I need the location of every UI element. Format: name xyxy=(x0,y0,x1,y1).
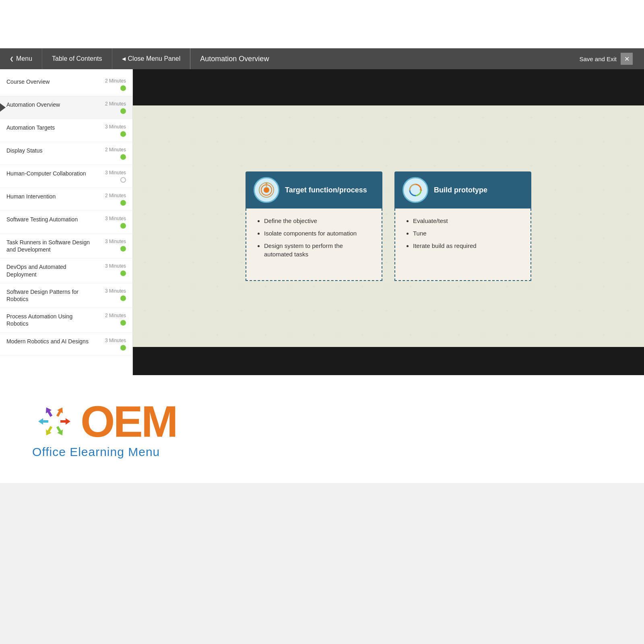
content-area: Course Overview2 MinutesAutomation Overv… xyxy=(0,69,644,375)
sidebar-item-meta-7: 3 Minutes xyxy=(92,239,126,252)
sidebar-item-2[interactable]: Automation Targets3 Minutes xyxy=(0,119,132,142)
sidebar-item-label-4: Human-Computer Collaboration xyxy=(6,170,92,177)
logo-row: OEM xyxy=(32,399,177,444)
slide-area: Target function/process Define the objec… xyxy=(133,105,644,347)
sidebar-item-status-dot-0 xyxy=(120,85,126,91)
sidebar-item-meta-6: 3 Minutes xyxy=(92,216,126,229)
sidebar-item-meta-8: 3 Minutes xyxy=(92,263,126,276)
sidebar-item-0[interactable]: Course Overview2 Minutes xyxy=(0,73,132,96)
sidebar-item-5[interactable]: Human Intervention2 Minutes xyxy=(0,188,132,211)
card2-icon-circle xyxy=(402,177,428,203)
card1-bullet-1: Isolate components for automation xyxy=(264,229,372,237)
sidebar: Course Overview2 MinutesAutomation Overv… xyxy=(0,69,133,375)
sidebar-item-time-1: 2 Minutes xyxy=(105,101,126,107)
sidebar-item-time-8: 3 Minutes xyxy=(105,263,126,269)
sidebar-item-label-3: Display Status xyxy=(6,147,92,154)
card-build-prototype: Build prototype Evaluate/testTuneIterate… xyxy=(394,171,531,281)
sidebar-item-status-dot-8 xyxy=(120,270,126,276)
sidebar-item-meta-11: 3 Minutes xyxy=(92,338,126,351)
sidebar-item-status-dot-7 xyxy=(120,246,126,252)
card2-title: Build prototype xyxy=(434,186,487,194)
sidebar-item-status-dot-5 xyxy=(120,200,126,206)
sidebar-item-status-dot-4 xyxy=(120,177,126,183)
sidebar-item-10[interactable]: Process Automation Using Robotics2 Minut… xyxy=(0,308,132,332)
card2-bullet-0: Evaluate/test xyxy=(413,217,521,225)
card2-bullet-list: Evaluate/testTuneIterate build as requir… xyxy=(405,217,521,250)
bottom-logo-area: OEM Office Elearning Menu xyxy=(0,375,644,483)
sidebar-item-meta-9: 3 Minutes xyxy=(92,288,126,301)
card1-icon-circle xyxy=(254,177,279,203)
sidebar-item-label-6: Software Testing Automation xyxy=(6,216,92,223)
sidebar-item-status-dot-11 xyxy=(120,345,126,351)
card-target-function: Target function/process Define the objec… xyxy=(246,171,382,281)
sidebar-item-label-8: DevOps and Automated Deployment xyxy=(6,263,92,278)
sidebar-item-time-4: 3 Minutes xyxy=(105,170,126,175)
sidebar-item-status-dot-6 xyxy=(120,223,126,229)
sidebar-item-1[interactable]: Automation Overview2 Minutes xyxy=(0,96,132,119)
sidebar-item-meta-0: 2 Minutes xyxy=(92,78,126,91)
sidebar-item-9[interactable]: Software Design Patterns for Robotics3 M… xyxy=(0,283,132,308)
slide-cards: Target function/process Define the objec… xyxy=(149,171,628,281)
save-exit-button[interactable]: Save and Exit ✕ xyxy=(571,48,644,69)
logo-container: OEM Office Elearning Menu xyxy=(32,399,177,459)
sidebar-item-11[interactable]: Modern Robotics and AI Designs3 Minutes xyxy=(0,333,132,356)
sidebar-item-time-3: 2 Minutes xyxy=(105,147,126,153)
sidebar-item-time-7: 3 Minutes xyxy=(105,239,126,244)
table-of-contents-label: Table of Contents xyxy=(42,48,112,69)
card2-bullet-1: Tune xyxy=(413,229,521,237)
sidebar-item-time-0: 2 Minutes xyxy=(105,78,126,84)
sidebar-item-label-2: Automation Targets xyxy=(6,124,92,131)
recycle-icon xyxy=(407,182,423,198)
close-menu-arrow-icon: ◀ xyxy=(122,56,126,62)
main-content: Target function/process Define the objec… xyxy=(133,69,644,375)
svg-point-2 xyxy=(264,187,269,193)
logo-oem-text: OEM xyxy=(80,399,177,444)
sidebar-item-status-dot-1 xyxy=(120,108,126,114)
sidebar-item-meta-3: 2 Minutes xyxy=(92,147,126,160)
sidebar-item-status-dot-2 xyxy=(120,131,126,137)
sidebar-item-time-5: 2 Minutes xyxy=(105,193,126,198)
slide-title: Automation Overview xyxy=(190,55,571,63)
sidebar-item-meta-10: 2 Minutes xyxy=(92,313,126,326)
top-nav: ❮ Menu Table of Contents ◀ Close Menu Pa… xyxy=(0,48,644,69)
menu-button[interactable]: ❮ Menu xyxy=(0,48,42,69)
sidebar-item-3[interactable]: Display Status2 Minutes xyxy=(0,142,132,165)
slide-top-bar xyxy=(133,69,644,105)
card2-bullet-2: Iterate build as required xyxy=(413,242,521,250)
sidebar-item-label-10: Process Automation Using Robotics xyxy=(6,313,92,327)
sidebar-item-label-7: Task Runners in Software Design and Deve… xyxy=(6,239,92,253)
sidebar-item-8[interactable]: DevOps and Automated Deployment3 Minutes xyxy=(0,258,132,283)
active-marker xyxy=(0,103,6,112)
sidebar-item-time-2: 3 Minutes xyxy=(105,124,126,130)
sidebar-item-time-9: 3 Minutes xyxy=(105,288,126,294)
close-x-icon[interactable]: ✕ xyxy=(621,53,633,65)
target-icon xyxy=(258,182,275,198)
sidebar-item-label-1: Automation Overview xyxy=(6,101,92,108)
logo-arrows-icon xyxy=(32,399,76,444)
sidebar-item-6[interactable]: Software Testing Automation3 Minutes xyxy=(0,211,132,234)
sidebar-item-4[interactable]: Human-Computer Collaboration3 Minutes xyxy=(0,165,132,188)
sidebar-item-time-10: 2 Minutes xyxy=(105,313,126,318)
logo-subtitle: Office Elearning Menu xyxy=(32,445,160,459)
sidebar-item-label-0: Course Overview xyxy=(6,78,92,85)
top-white-area xyxy=(0,0,644,48)
sidebar-item-meta-5: 2 Minutes xyxy=(92,193,126,206)
slide-bottom-bar xyxy=(133,347,644,375)
card1-bullet-list: Define the objectiveIsolate components f… xyxy=(256,217,372,258)
sidebar-item-time-6: 3 Minutes xyxy=(105,216,126,221)
lms-container: ❮ Menu Table of Contents ◀ Close Menu Pa… xyxy=(0,48,644,375)
close-menu-panel-button[interactable]: ◀ Close Menu Panel xyxy=(112,48,191,69)
card1-body: Define the objectiveIsolate components f… xyxy=(246,208,382,281)
menu-label: Menu xyxy=(16,55,32,62)
card1-bullet-2: Design system to perform the automated t… xyxy=(264,242,372,258)
sidebar-item-status-dot-10 xyxy=(120,320,126,326)
sidebar-item-status-dot-9 xyxy=(120,295,126,301)
sidebar-item-status-dot-3 xyxy=(120,154,126,160)
card1-header: Target function/process xyxy=(246,171,382,208)
sidebar-item-label-11: Modern Robotics and AI Designs xyxy=(6,338,92,345)
sidebar-item-time-11: 3 Minutes xyxy=(105,338,126,343)
back-arrow-icon: ❮ xyxy=(10,56,14,62)
sidebar-item-label-5: Human Intervention xyxy=(6,193,92,200)
sidebar-item-7[interactable]: Task Runners in Software Design and Deve… xyxy=(0,234,132,258)
card2-header: Build prototype xyxy=(394,171,531,208)
